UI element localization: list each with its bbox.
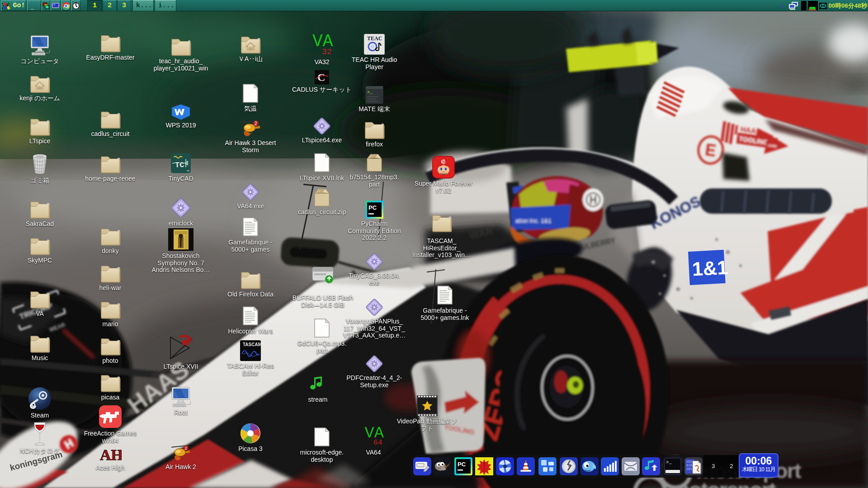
svg-text:ation Inc. 1&1: ation Inc. 1&1 xyxy=(515,217,552,224)
svg-text:010: 010 xyxy=(686,464,692,467)
svg-text:>_: >_ xyxy=(666,460,672,465)
svg-text:motorsport: motorsport xyxy=(671,478,776,488)
svg-text:AH: AH xyxy=(100,446,122,463)
svg-text:TASCAM: TASCAM xyxy=(243,342,261,347)
svg-text:32: 32 xyxy=(322,47,332,56)
svg-text:PC: PC xyxy=(368,204,377,211)
svg-text:PC: PC xyxy=(458,461,466,468)
svg-text:TEAC: TEAC xyxy=(367,35,382,42)
svg-text:TC: TC xyxy=(175,161,184,169)
svg-text:>_: >_ xyxy=(367,90,373,95)
svg-text:101: 101 xyxy=(686,467,692,471)
svg-text:1&1: 1&1 xyxy=(692,256,728,280)
svg-text:M: M xyxy=(442,160,446,164)
svg-text:101: 101 xyxy=(686,460,692,464)
svg-text:64: 64 xyxy=(373,438,382,447)
